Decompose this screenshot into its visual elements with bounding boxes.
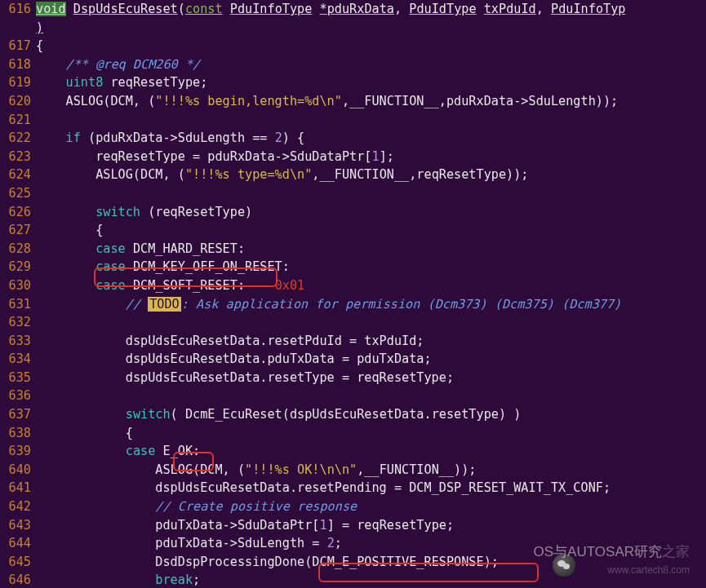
code-content[interactable]: ASLOG(DCM, ("!!!%s OK!\n\n",__FUNCTION__… bbox=[36, 461, 706, 480]
line-number: 629 bbox=[0, 258, 36, 276]
line-number: 640 bbox=[0, 461, 36, 480]
line-number: 631 bbox=[0, 295, 36, 314]
line-number: 637 bbox=[0, 405, 36, 424]
line-number: 618 bbox=[0, 55, 36, 74]
code-line[interactable]: 625 bbox=[0, 184, 706, 203]
code-content[interactable]: switch( DcmE_EcuReset(dspUdsEcuResetData… bbox=[36, 405, 706, 424]
code-line[interactable]: 646 break; bbox=[0, 571, 706, 588]
code-content[interactable]: case E_OK: bbox=[36, 442, 706, 461]
line-number: 621 bbox=[0, 111, 36, 130]
todo-marker: TODO bbox=[148, 297, 181, 312]
code-line[interactable]: 624 ASLOG(DCM, ("!!!%s type=%d\n",__FUNC… bbox=[0, 166, 706, 184]
line-number: 638 bbox=[0, 424, 36, 443]
line-number: 639 bbox=[0, 442, 36, 461]
code-line[interactable]: 638 { bbox=[0, 424, 706, 443]
line-number: 636 bbox=[0, 387, 36, 405]
code-line[interactable]: 635 dspUdsEcuResetData.resetType = reqRe… bbox=[0, 369, 706, 387]
code-line[interactable]: 618 /** @req DCM260 */ bbox=[0, 55, 706, 74]
code-content[interactable] bbox=[36, 111, 706, 130]
code-line[interactable]: 630 case DCM_SOFT_RESET: 0x01 bbox=[0, 276, 706, 295]
code-line[interactable]: 640 ASLOG(DCM, ("!!!%s OK!\n\n",__FUNCTI… bbox=[0, 461, 706, 480]
line-number: 633 bbox=[0, 332, 36, 351]
line-number: 643 bbox=[0, 516, 36, 535]
line-number: 627 bbox=[0, 221, 36, 240]
code-content[interactable] bbox=[36, 387, 706, 405]
code-content[interactable]: reqResetType = pduRxData->SduDataPtr[1]; bbox=[36, 148, 706, 166]
code-content[interactable]: dspUdsEcuResetData.resetType = reqResetT… bbox=[36, 369, 706, 387]
line-number: 623 bbox=[0, 148, 36, 166]
code-line[interactable]: 636 bbox=[0, 387, 706, 405]
annotation-label: 0x01 bbox=[275, 278, 305, 293]
line-number: 617 bbox=[0, 37, 36, 55]
code-content[interactable]: switch (reqResetType) bbox=[36, 203, 706, 222]
code-line[interactable]: 643 pduTxData->SduDataPtr[1] = reqResetT… bbox=[0, 516, 706, 535]
code-content[interactable]: ) bbox=[36, 19, 706, 38]
code-line[interactable]: 623 reqResetType = pduRxData->SduDataPtr… bbox=[0, 148, 706, 166]
code-content[interactable]: // Create positive response bbox=[36, 497, 706, 516]
code-line[interactable]: 637 switch( DcmE_EcuReset(dspUdsEcuReset… bbox=[0, 405, 706, 424]
code-line[interactable]: ) bbox=[0, 19, 706, 38]
code-content[interactable]: /** @req DCM260 */ bbox=[36, 55, 706, 74]
line-number: 645 bbox=[0, 553, 36, 572]
line-number: 641 bbox=[0, 479, 36, 497]
code-content[interactable]: case DCM_HARD_RESET: bbox=[36, 240, 706, 259]
code-line[interactable]: 641 dspUdsEcuResetData.resetPending = DC… bbox=[0, 479, 706, 497]
code-line[interactable]: 631 // TODO: Ask application for permiss… bbox=[0, 295, 706, 314]
code-content[interactable] bbox=[36, 313, 706, 332]
line-number: 616 bbox=[0, 0, 36, 19]
code-content[interactable]: ASLOG(DCM, ("!!!%s begin,length=%d\n",__… bbox=[36, 92, 706, 111]
line-number: 644 bbox=[0, 534, 36, 553]
code-content[interactable]: DsdDspProcessingDone(DCM_E_POSITIVE_RESP… bbox=[36, 553, 706, 572]
code-content[interactable]: dspUdsEcuResetData.pduTxData = pduTxData… bbox=[36, 350, 706, 369]
code-line[interactable]: 628 case DCM_HARD_RESET: bbox=[0, 240, 706, 259]
line-number bbox=[0, 19, 36, 38]
line-number: 632 bbox=[0, 313, 36, 332]
code-content[interactable]: pduTxData->SduLength = 2; bbox=[36, 534, 706, 553]
line-number: 634 bbox=[0, 350, 36, 369]
code-line[interactable]: 619 uint8 reqResetType; bbox=[0, 73, 706, 92]
code-line[interactable]: 617 { bbox=[0, 37, 706, 55]
code-line[interactable]: 622 if (pduRxData->SduLength == 2) { bbox=[0, 129, 706, 148]
code-content[interactable]: ASLOG(DCM, ("!!!%s type=%d\n",__FUNCTION… bbox=[36, 166, 706, 184]
code-line[interactable]: 629 case DCM_KEY_OFF_ON_RESET: bbox=[0, 258, 706, 276]
code-line[interactable]: 627 { bbox=[0, 221, 706, 240]
code-content[interactable]: dspUdsEcuResetData.resetPduId = txPduId; bbox=[36, 332, 706, 351]
code-content[interactable]: { bbox=[36, 424, 706, 443]
line-number: 642 bbox=[0, 497, 36, 516]
code-content[interactable]: uint8 reqResetType; bbox=[36, 73, 706, 92]
code-content[interactable]: if (pduRxData->SduLength == 2) { bbox=[36, 129, 706, 148]
code-content[interactable]: case DCM_KEY_OFF_ON_RESET: bbox=[36, 258, 706, 276]
line-number: 619 bbox=[0, 73, 36, 92]
code-content[interactable]: // TODO: Ask application for permission … bbox=[36, 295, 706, 314]
code-content[interactable]: dspUdsEcuResetData.resetPending = DCM_DS… bbox=[36, 479, 706, 497]
code-line[interactable]: 621 bbox=[0, 111, 706, 130]
code-line[interactable]: 639 case E_OK: bbox=[0, 442, 706, 461]
code-line[interactable]: 626 switch (reqResetType) bbox=[0, 203, 706, 222]
code-editor[interactable]: 616 void DspUdsEcuReset(const PduInfoTyp… bbox=[0, 0, 706, 588]
code-line[interactable]: 616 void DspUdsEcuReset(const PduInfoTyp… bbox=[0, 0, 706, 19]
code-content[interactable]: void DspUdsEcuReset(const PduInfoType *p… bbox=[36, 0, 706, 19]
line-number: 620 bbox=[0, 92, 36, 111]
line-number: 622 bbox=[0, 129, 36, 148]
code-line[interactable]: 633 dspUdsEcuResetData.resetPduId = txPd… bbox=[0, 332, 706, 351]
code-content[interactable] bbox=[36, 184, 706, 203]
code-content[interactable]: pduTxData->SduDataPtr[1] = reqResetType; bbox=[36, 516, 706, 535]
code-content[interactable]: { bbox=[36, 221, 706, 240]
code-line[interactable]: 620 ASLOG(DCM, ("!!!%s begin,length=%d\n… bbox=[0, 92, 706, 111]
code-content[interactable]: { bbox=[36, 37, 706, 55]
code-content[interactable]: break; bbox=[36, 571, 706, 588]
line-number: 628 bbox=[0, 240, 36, 259]
code-line[interactable]: 644 pduTxData->SduLength = 2; bbox=[0, 534, 706, 553]
code-line[interactable]: 634 dspUdsEcuResetData.pduTxData = pduTx… bbox=[0, 350, 706, 369]
line-number: 646 bbox=[0, 571, 36, 588]
line-number: 635 bbox=[0, 369, 36, 387]
code-line[interactable]: 645 DsdDspProcessingDone(DCM_E_POSITIVE_… bbox=[0, 553, 706, 572]
line-number: 624 bbox=[0, 166, 36, 184]
code-line[interactable]: 632 bbox=[0, 313, 706, 332]
line-number: 625 bbox=[0, 184, 36, 203]
code-line[interactable]: 642 // Create positive response bbox=[0, 497, 706, 516]
line-number: 630 bbox=[0, 276, 36, 295]
code-content[interactable]: case DCM_SOFT_RESET: 0x01 bbox=[36, 276, 706, 295]
line-number: 626 bbox=[0, 203, 36, 222]
